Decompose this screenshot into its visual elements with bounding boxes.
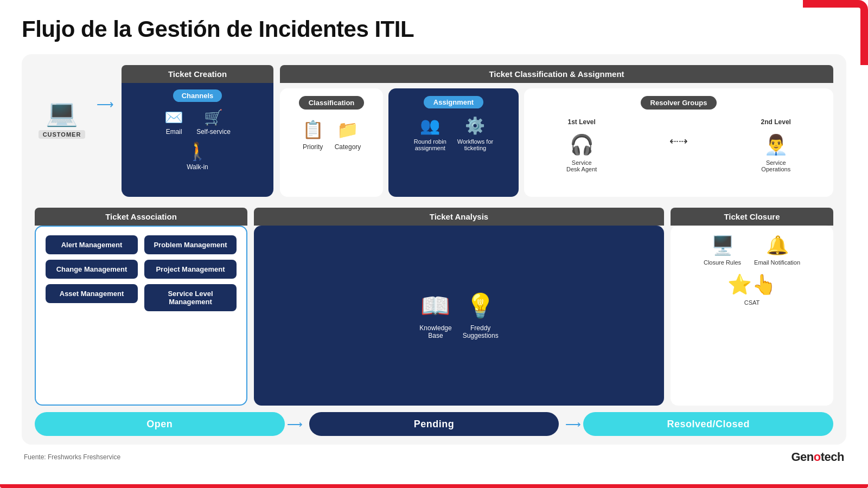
knowledge-base-label: KnowledgeBase xyxy=(419,324,451,339)
level2-label: 2nd Level xyxy=(761,118,791,126)
ticket-creation-box: Channels ✉️ Email 🛒 Self-service xyxy=(122,83,273,197)
walkin-label: Walk-in xyxy=(187,163,208,171)
logo-o: o xyxy=(814,450,821,464)
service-desk-icon: 🎧 xyxy=(570,133,594,156)
ticket-association-box: Alert Management Change Management Asset… xyxy=(35,226,247,406)
classif-items: 📋 Priority 📁 Category xyxy=(302,119,361,151)
bottom-line xyxy=(0,484,868,488)
round-robin-item: 👥 Round robinassignment xyxy=(414,116,446,151)
selfservice-label: Self-service xyxy=(196,128,231,136)
service-ops-label: ServiceOperations xyxy=(761,159,790,172)
email-icon: ✉️ xyxy=(164,108,183,126)
ticket-analysis-box: 📖 KnowledgeBase 💡 FreddySuggestions xyxy=(254,226,664,406)
change-management-btn[interactable]: Change Management xyxy=(46,260,138,279)
closure-rules-item: 🖥️ Closure Rules xyxy=(704,234,741,266)
diagram-container: 💻 CUSTOMER ⟶ Ticket Creation Channels ✉️… xyxy=(22,54,846,445)
workflows-label: Workflows forticketing xyxy=(457,138,493,151)
csat-label: CSAT xyxy=(744,299,760,306)
resolver-level2: 2nd Level 👨‍💼 ServiceOperations xyxy=(761,118,791,172)
closure-rules-label: Closure Rules xyxy=(704,259,741,266)
priority-label: Priority xyxy=(303,143,323,151)
footer: Fuente: Freshworks Freshservice Genotech xyxy=(22,450,846,464)
resolved-status: Resolved/Closed xyxy=(583,412,833,436)
top-row: 💻 CUSTOMER ⟶ Ticket Creation Channels ✉️… xyxy=(35,65,833,197)
footer-logo: Genotech xyxy=(792,450,845,464)
ticket-creation-column: Ticket Creation Channels ✉️ Email 🛒 Self… xyxy=(122,65,273,197)
walkin-icon: 🚶 xyxy=(187,141,208,162)
channels-top: ✉️ Email 🛒 Self-service xyxy=(164,108,231,136)
ticket-analysis-header: Ticket Analysis xyxy=(254,208,664,226)
resolver-subheader: Resolver Groups xyxy=(641,96,717,110)
category-icon: 📁 xyxy=(337,119,359,140)
page-background: Flujo de la Gestión de Incidentes ITIL 💻… xyxy=(0,0,868,488)
ticket-closure-box: 🖥️ Closure Rules 🔔 Email Notification ⭐👆… xyxy=(671,226,833,406)
project-management-btn[interactable]: Project Management xyxy=(144,260,237,279)
channel-email: ✉️ Email xyxy=(164,108,183,136)
workflows-icon: ⚙️ xyxy=(465,116,485,135)
email-label: Email xyxy=(166,128,182,136)
customer-block: 💻 CUSTOMER xyxy=(35,65,89,139)
csat-item: ⭐👆 CSAT xyxy=(727,273,776,306)
status-bar: Open ⟶ Pending ⟶ Resolved/Closed xyxy=(35,412,833,436)
pending-resolved-arrow: ⟶ xyxy=(565,418,581,431)
ticket-association-column: Ticket Association Alert Management Chan… xyxy=(35,208,247,406)
closure-top-row: 🖥️ Closure Rules 🔔 Email Notification xyxy=(680,234,824,266)
knowledge-base-icon: 📖 xyxy=(420,292,450,320)
email-notification-icon: 🔔 xyxy=(766,234,789,256)
service-ops-icon: 👨‍💼 xyxy=(764,133,788,156)
asset-management-btn[interactable]: Asset Management xyxy=(46,284,138,303)
pending-status: Pending xyxy=(309,412,559,436)
alert-management-btn[interactable]: Alert Management xyxy=(46,235,138,254)
level1-label: 1st Level xyxy=(568,118,596,126)
ticket-closure-header: Ticket Closure xyxy=(671,208,833,226)
slm-btn[interactable]: Service Level Management xyxy=(144,284,237,311)
problem-management-btn[interactable]: Problem Management xyxy=(144,235,237,254)
footer-source: Fuente: Freshworks Freshservice xyxy=(24,453,120,461)
channel-walkin: 🚶 Walk-in xyxy=(187,141,208,171)
email-notification-label: Email Notification xyxy=(754,259,800,266)
freddy-label: FreddySuggestions xyxy=(463,324,499,339)
assoc-left: Alert Management Change Management Asset… xyxy=(46,235,138,396)
ticket-closure-column: Ticket Closure 🖥️ Closure Rules 🔔 Email … xyxy=(671,208,833,406)
workflows-item: ⚙️ Workflows forticketing xyxy=(457,116,493,151)
resolver-box: Resolver Groups 1st Level 🎧 ServiceDesk … xyxy=(524,88,833,197)
customer-icon: 💻 xyxy=(46,98,78,128)
channels-badge: Channels xyxy=(173,89,222,102)
assoc-right: Problem Management Project Management Se… xyxy=(144,235,237,396)
resolver-levels: 1st Level 🎧 ServiceDesk Agent ⇠⇢ 2nd Lev… xyxy=(533,118,825,172)
category-label: Category xyxy=(335,143,361,151)
page-title: Flujo de la Gestión de Incidentes ITIL xyxy=(22,16,846,42)
customer-label: CUSTOMER xyxy=(39,130,86,139)
classif-assignment-column: Ticket Classification & Assignment Class… xyxy=(280,65,833,197)
category-item: 📁 Category xyxy=(335,119,361,151)
open-pending-arrow: ⟶ xyxy=(287,418,303,431)
email-notification-item: 🔔 Email Notification xyxy=(754,234,800,266)
ticket-analysis-column: Ticket Analysis 📖 KnowledgeBase 💡 Freddy… xyxy=(254,208,664,406)
closure-rules-icon: 🖥️ xyxy=(711,234,734,256)
priority-item: 📋 Priority xyxy=(302,119,324,151)
channels-grid: ✉️ Email 🛒 Self-service 🚶 Walk-in xyxy=(130,108,265,171)
channel-selfservice: 🛒 Self-service xyxy=(196,108,231,136)
resolver-arrow: ⇠⇢ xyxy=(669,118,688,147)
knowledge-base-item: 📖 KnowledgeBase xyxy=(419,292,451,339)
assignment-items: 👥 Round robinassignment ⚙️ Workflows for… xyxy=(414,116,493,151)
classif-assignment-header: Ticket Classification & Assignment xyxy=(280,65,833,83)
bottom-row: Ticket Association Alert Management Chan… xyxy=(35,208,833,406)
customer-arrow: ⟶ xyxy=(97,65,114,112)
open-status: Open xyxy=(35,412,285,436)
selfservice-icon: 🛒 xyxy=(204,108,223,126)
freddy-item: 💡 FreddySuggestions xyxy=(463,292,499,339)
classif-assignment-body: Classification 📋 Priority 📁 Category xyxy=(280,83,833,197)
ticket-association-header: Ticket Association xyxy=(35,208,247,226)
classification-subheader: Classification xyxy=(299,96,365,110)
priority-icon: 📋 xyxy=(302,119,324,140)
resolver-level1: 1st Level 🎧 ServiceDesk Agent xyxy=(566,118,597,172)
freddy-icon: 💡 xyxy=(465,292,495,320)
round-robin-icon: 👥 xyxy=(420,116,440,135)
ticket-creation-header: Ticket Creation xyxy=(122,65,273,83)
assignment-badge: Assignment xyxy=(424,96,483,108)
csat-icon: ⭐👆 xyxy=(727,273,776,296)
assignment-box: Assignment 👥 Round robinassignment ⚙️ Wo… xyxy=(388,88,519,197)
round-robin-label: Round robinassignment xyxy=(414,138,446,151)
classification-box: Classification 📋 Priority 📁 Category xyxy=(280,88,383,197)
